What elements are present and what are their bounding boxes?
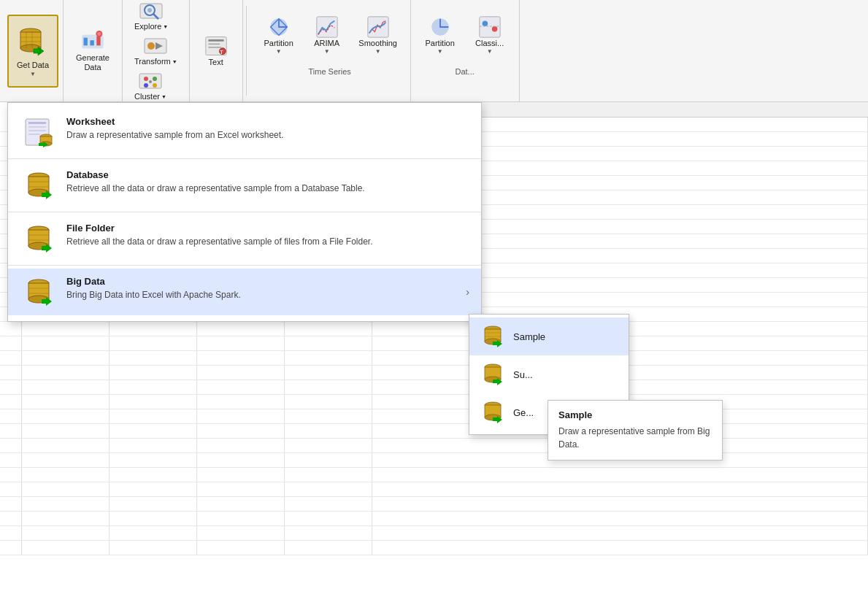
table-row [0, 541, 868, 555]
cluster-label: Cluster ▼ [134, 92, 166, 101]
time-series-label: Time Series [309, 64, 351, 76]
get-data-icon [15, 24, 50, 59]
worksheet-title: Worksheet [66, 116, 469, 127]
svg-rect-10 [84, 38, 88, 46]
get-data-chevron: ▼ [30, 71, 36, 77]
table-row [0, 439, 868, 453]
get-label: Ge... [513, 407, 534, 418]
partition-dm-button[interactable]: Partition ▼ [418, 7, 462, 63]
classi-button[interactable]: Classi... ▼ [468, 7, 512, 63]
get-data-dropdown: Worksheet Draw a representative sample f… [7, 102, 482, 322]
summarize-submenu-item[interactable]: Su... [469, 355, 629, 393]
summarize-label: Su... [513, 369, 533, 380]
database-title: Database [66, 169, 469, 180]
smoothing-icon [366, 15, 390, 39]
database-menu-item[interactable]: Database Retrieve all the data or draw a… [8, 162, 481, 209]
table-row [0, 482, 868, 497]
partition-dm-label: Partition [425, 39, 454, 47]
svg-rect-73 [42, 299, 48, 304]
svg-point-25 [144, 83, 148, 88]
big-data-menu-item[interactable]: Big Data Bring Big Data into Excel with … [8, 269, 481, 315]
table-row [0, 468, 868, 482]
svg-rect-29 [208, 40, 223, 42]
svg-rect-80 [493, 342, 499, 345]
table-row [0, 351, 868, 366]
tooltip-title: Sample [558, 409, 712, 420]
svg-point-40 [482, 20, 488, 26]
database-icon [20, 169, 58, 201]
worksheet-desc: Draw a representative sample from an Exc… [66, 129, 469, 142]
divider-3 [8, 265, 481, 266]
sample-label: Sample [513, 331, 545, 342]
table-row [0, 512, 868, 526]
text-button[interactable]: T Text [197, 15, 235, 88]
summarize-submenu-icon [478, 361, 507, 388]
text-group: T Text [190, 0, 243, 101]
arima-chevron: ▼ [324, 48, 330, 55]
generate-icon [81, 28, 104, 55]
big-data-desc: Bring Big Data into Excel with Apache Sp… [66, 289, 460, 301]
svg-point-27 [149, 80, 152, 83]
transform-icon [144, 35, 167, 57]
text-label: Text [209, 58, 223, 66]
transform-button[interactable]: Transform ▼ [130, 34, 182, 68]
partition-ts-label: Partition [264, 39, 293, 47]
svg-rect-47 [28, 134, 40, 135]
get-data-label: Get Data [17, 61, 49, 70]
sample-tooltip: Sample Draw a representative sample from… [548, 400, 723, 461]
svg-text:T: T [220, 50, 223, 55]
svg-rect-44 [28, 122, 46, 124]
explore-label: Explore ▼ [134, 22, 168, 31]
file-folder-desc: Retrieve all the data or draw a represen… [66, 236, 469, 248]
worksheet-menu-item[interactable]: Worksheet Draw a representative sample f… [8, 109, 481, 155]
classi-chevron: ▼ [487, 48, 493, 55]
table-row [0, 424, 868, 439]
file-folder-menu-item[interactable]: File Folder Retrieve all the data or dra… [8, 215, 481, 262]
partition-dm-chevron: ▼ [437, 48, 443, 55]
big-data-icon [20, 276, 58, 308]
explore-transform-cluster-col: Explore ▼ Transform ▼ [128, 0, 183, 104]
worksheet-text: Worksheet Draw a representative sample f… [66, 116, 469, 142]
tooltip-desc: Draw a representative sample from Big Da… [558, 425, 712, 451]
ribbon: Get Data ▼ GenerateData [0, 0, 868, 102]
svg-rect-45 [28, 126, 46, 128]
generate-data-group: GenerateData [64, 0, 123, 101]
table-row [0, 453, 868, 468]
table-row [0, 409, 868, 424]
arima-label: ARIMA [314, 39, 339, 47]
svg-rect-11 [90, 41, 93, 46]
file-folder-title: File Folder [66, 223, 469, 234]
data-mining-buttons: Partition ▼ Classi... ▼ [417, 6, 513, 64]
big-data-arrow: › [466, 286, 469, 298]
svg-rect-46 [28, 130, 46, 131]
big-data-text: Big Data Bring Big Data into Excel with … [66, 276, 460, 301]
svg-point-26 [153, 83, 157, 88]
table-row [0, 526, 868, 541]
svg-rect-66 [42, 246, 48, 250]
cluster-button[interactable]: Cluster ▼ [130, 69, 171, 103]
generate-data-button[interactable]: GenerateData [71, 15, 115, 88]
sample-submenu-item[interactable]: Sample [469, 317, 629, 355]
partition-ts-button[interactable]: Partition ▼ [257, 7, 301, 63]
text-icon: T [204, 34, 228, 58]
smoothing-button[interactable]: Smoothing ▼ [353, 7, 403, 63]
svg-rect-52 [39, 143, 45, 146]
file-folder-icon [20, 223, 58, 255]
svg-rect-8 [34, 49, 40, 53]
partition-ts-chevron: ▼ [276, 48, 282, 55]
table-row [0, 366, 868, 380]
time-series-group: Partition ▼ ARIMA ▼ [250, 0, 411, 101]
svg-point-41 [491, 26, 497, 32]
svg-rect-12 [96, 36, 100, 45]
explore-button[interactable]: Explore ▼ [130, 0, 172, 33]
svg-point-23 [144, 77, 148, 81]
transform-label: Transform ▼ [134, 57, 177, 66]
big-data-title: Big Data [66, 276, 460, 287]
data-mining-label: Dat... [417, 64, 513, 76]
arima-button[interactable]: ARIMA ▼ [307, 7, 347, 63]
smoothing-label: Smoothing [358, 39, 397, 47]
svg-rect-30 [208, 44, 220, 45]
explore-icon [139, 0, 163, 22]
classi-label: Classi... [475, 39, 504, 47]
get-data-button[interactable]: Get Data ▼ [7, 15, 58, 88]
